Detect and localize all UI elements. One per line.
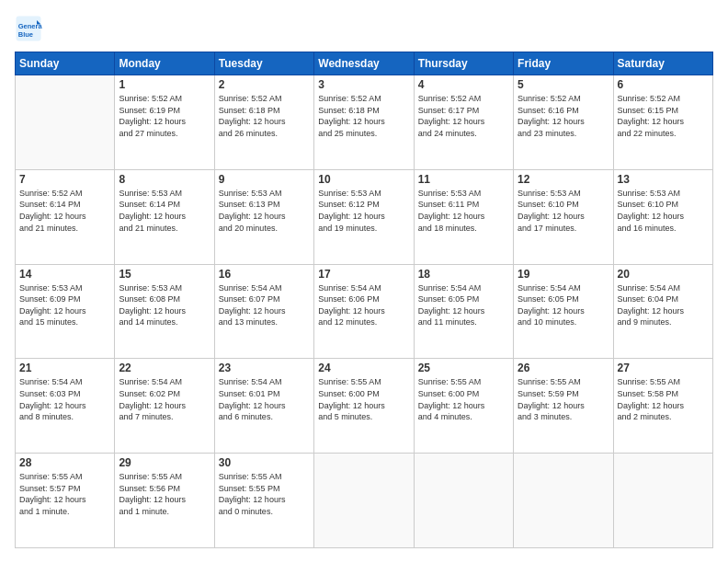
day-cell: 20Sunrise: 5:54 AM Sunset: 6:04 PM Dayli… — [613, 264, 712, 359]
day-number: 10 — [318, 173, 409, 186]
day-cell: 2Sunrise: 5:52 AM Sunset: 6:18 PM Daylig… — [214, 75, 313, 170]
day-info: Sunrise: 5:54 AM Sunset: 6:02 PM Dayligh… — [119, 376, 210, 422]
day-cell: 23Sunrise: 5:54 AM Sunset: 6:01 PM Dayli… — [214, 359, 313, 454]
day-cell: 29Sunrise: 5:55 AM Sunset: 5:56 PM Dayli… — [115, 454, 214, 548]
day-number: 7 — [19, 173, 110, 186]
day-number: 25 — [418, 362, 509, 374]
day-cell: 28Sunrise: 5:55 AM Sunset: 5:57 PM Dayli… — [16, 454, 115, 548]
day-number: 29 — [119, 456, 210, 469]
day-number: 9 — [219, 173, 310, 186]
day-number: 2 — [219, 78, 310, 91]
day-info: Sunrise: 5:53 AM Sunset: 6:08 PM Dayligh… — [119, 282, 210, 328]
weekday-header-thursday: Thursday — [414, 52, 513, 75]
day-info: Sunrise: 5:52 AM Sunset: 6:15 PM Dayligh… — [618, 93, 709, 139]
day-cell: 17Sunrise: 5:54 AM Sunset: 6:06 PM Dayli… — [314, 264, 414, 359]
day-number: 13 — [618, 173, 709, 186]
day-info: Sunrise: 5:55 AM Sunset: 5:57 PM Dayligh… — [19, 471, 110, 517]
day-info: Sunrise: 5:52 AM Sunset: 6:16 PM Dayligh… — [518, 93, 609, 139]
day-cell: 21Sunrise: 5:54 AM Sunset: 6:03 PM Dayli… — [16, 359, 115, 454]
day-info: Sunrise: 5:55 AM Sunset: 5:59 PM Dayligh… — [518, 376, 609, 422]
calendar-table: SundayMondayTuesdayWednesdayThursdayFrid… — [15, 52, 713, 548]
day-info: Sunrise: 5:52 AM Sunset: 6:18 PM Dayligh… — [219, 93, 310, 139]
day-info: Sunrise: 5:55 AM Sunset: 5:56 PM Dayligh… — [119, 471, 210, 517]
day-info: Sunrise: 5:55 AM Sunset: 5:55 PM Dayligh… — [219, 471, 310, 517]
day-number: 21 — [19, 362, 110, 374]
day-number: 26 — [518, 362, 609, 374]
day-cell: 27Sunrise: 5:55 AM Sunset: 5:58 PM Dayli… — [613, 359, 712, 454]
day-number: 8 — [119, 173, 210, 186]
day-info: Sunrise: 5:52 AM Sunset: 6:18 PM Dayligh… — [318, 93, 409, 139]
day-number: 5 — [518, 78, 609, 91]
day-cell: 10Sunrise: 5:53 AM Sunset: 6:12 PM Dayli… — [314, 169, 414, 264]
day-cell: 7Sunrise: 5:52 AM Sunset: 6:14 PM Daylig… — [16, 169, 115, 264]
day-number: 11 — [418, 173, 509, 186]
day-cell — [514, 454, 613, 548]
day-number: 6 — [618, 78, 709, 91]
day-info: Sunrise: 5:52 AM Sunset: 6:19 PM Dayligh… — [119, 93, 210, 139]
day-cell — [613, 454, 712, 548]
day-info: Sunrise: 5:55 AM Sunset: 6:00 PM Dayligh… — [318, 376, 409, 422]
day-number: 4 — [418, 78, 509, 91]
day-cell: 26Sunrise: 5:55 AM Sunset: 5:59 PM Dayli… — [514, 359, 613, 454]
week-row-3: 14Sunrise: 5:53 AM Sunset: 6:09 PM Dayli… — [16, 264, 713, 359]
week-row-5: 28Sunrise: 5:55 AM Sunset: 5:57 PM Dayli… — [16, 454, 713, 548]
day-cell: 24Sunrise: 5:55 AM Sunset: 6:00 PM Dayli… — [314, 359, 414, 454]
svg-text:Blue: Blue — [18, 30, 33, 39]
day-info: Sunrise: 5:53 AM Sunset: 6:11 PM Dayligh… — [418, 188, 509, 234]
day-number: 28 — [19, 456, 110, 469]
day-info: Sunrise: 5:54 AM Sunset: 6:07 PM Dayligh… — [219, 282, 310, 328]
day-info: Sunrise: 5:52 AM Sunset: 6:17 PM Dayligh… — [418, 93, 509, 139]
day-info: Sunrise: 5:54 AM Sunset: 6:05 PM Dayligh… — [418, 282, 509, 328]
day-info: Sunrise: 5:54 AM Sunset: 6:03 PM Dayligh… — [19, 376, 110, 422]
day-number: 20 — [618, 268, 709, 281]
day-cell — [314, 454, 414, 548]
day-number: 24 — [318, 362, 409, 374]
week-row-1: 1Sunrise: 5:52 AM Sunset: 6:19 PM Daylig… — [16, 75, 713, 170]
day-info: Sunrise: 5:55 AM Sunset: 5:58 PM Dayligh… — [618, 376, 709, 422]
day-info: Sunrise: 5:52 AM Sunset: 6:14 PM Dayligh… — [19, 188, 110, 234]
weekday-header-friday: Friday — [514, 52, 613, 75]
day-info: Sunrise: 5:53 AM Sunset: 6:12 PM Dayligh… — [318, 188, 409, 234]
weekday-header-wednesday: Wednesday — [314, 52, 414, 75]
day-cell: 5Sunrise: 5:52 AM Sunset: 6:16 PM Daylig… — [514, 75, 613, 170]
day-cell: 18Sunrise: 5:54 AM Sunset: 6:05 PM Dayli… — [414, 264, 513, 359]
day-info: Sunrise: 5:53 AM Sunset: 6:13 PM Dayligh… — [219, 188, 310, 234]
day-info: Sunrise: 5:54 AM Sunset: 6:01 PM Dayligh… — [219, 376, 310, 422]
day-number: 19 — [518, 268, 609, 281]
day-cell: 12Sunrise: 5:53 AM Sunset: 6:10 PM Dayli… — [514, 169, 613, 264]
day-cell: 3Sunrise: 5:52 AM Sunset: 6:18 PM Daylig… — [314, 75, 414, 170]
day-number: 22 — [119, 362, 210, 374]
weekday-header-saturday: Saturday — [613, 52, 712, 75]
day-cell: 15Sunrise: 5:53 AM Sunset: 6:08 PM Dayli… — [115, 264, 214, 359]
day-cell: 25Sunrise: 5:55 AM Sunset: 6:00 PM Dayli… — [414, 359, 513, 454]
day-info: Sunrise: 5:54 AM Sunset: 6:06 PM Dayligh… — [318, 282, 409, 328]
day-number: 1 — [119, 78, 210, 91]
day-cell — [414, 454, 513, 548]
day-cell: 4Sunrise: 5:52 AM Sunset: 6:17 PM Daylig… — [414, 75, 513, 170]
weekday-header-sunday: Sunday — [16, 52, 115, 75]
day-number: 30 — [219, 456, 310, 469]
day-cell: 30Sunrise: 5:55 AM Sunset: 5:55 PM Dayli… — [214, 454, 313, 548]
day-cell: 22Sunrise: 5:54 AM Sunset: 6:02 PM Dayli… — [115, 359, 214, 454]
page: General Blue SundayMondayTuesdayWednesda… — [0, 0, 728, 563]
day-number: 16 — [219, 268, 310, 281]
day-cell: 11Sunrise: 5:53 AM Sunset: 6:11 PM Dayli… — [414, 169, 513, 264]
day-number: 23 — [219, 362, 310, 374]
day-cell: 19Sunrise: 5:54 AM Sunset: 6:05 PM Dayli… — [514, 264, 613, 359]
week-row-2: 7Sunrise: 5:52 AM Sunset: 6:14 PM Daylig… — [16, 169, 713, 264]
day-cell: 1Sunrise: 5:52 AM Sunset: 6:19 PM Daylig… — [115, 75, 214, 170]
day-info: Sunrise: 5:54 AM Sunset: 6:05 PM Dayligh… — [518, 282, 609, 328]
day-number: 15 — [119, 268, 210, 281]
day-cell: 9Sunrise: 5:53 AM Sunset: 6:13 PM Daylig… — [214, 169, 313, 264]
logo-icon: General Blue — [15, 15, 42, 42]
day-cell: 16Sunrise: 5:54 AM Sunset: 6:07 PM Dayli… — [214, 264, 313, 359]
day-info: Sunrise: 5:54 AM Sunset: 6:04 PM Dayligh… — [618, 282, 709, 328]
day-cell: 14Sunrise: 5:53 AM Sunset: 6:09 PM Dayli… — [16, 264, 115, 359]
day-number: 17 — [318, 268, 409, 281]
day-cell: 8Sunrise: 5:53 AM Sunset: 6:14 PM Daylig… — [115, 169, 214, 264]
day-number: 12 — [518, 173, 609, 186]
day-info: Sunrise: 5:53 AM Sunset: 6:14 PM Dayligh… — [119, 188, 210, 234]
day-number: 18 — [418, 268, 509, 281]
weekday-header-monday: Monday — [115, 52, 214, 75]
day-info: Sunrise: 5:53 AM Sunset: 6:10 PM Dayligh… — [518, 188, 609, 234]
